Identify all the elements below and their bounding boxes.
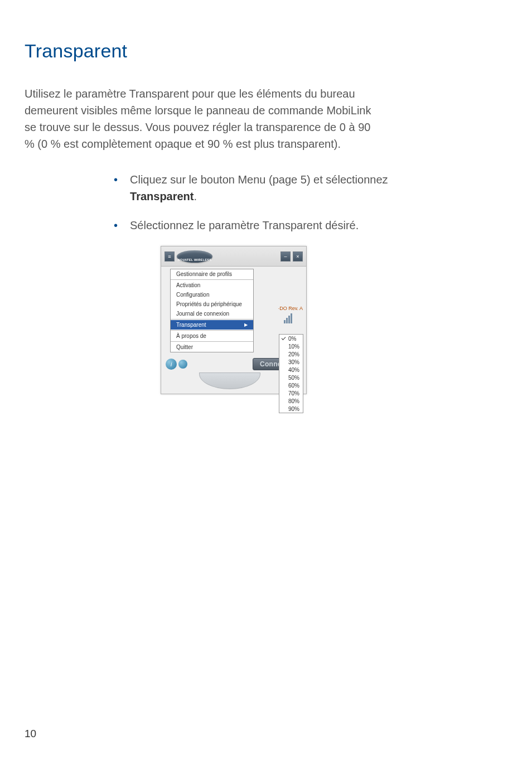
submenu-item-20[interactable]: 20% xyxy=(279,350,303,358)
submenu-item-10[interactable]: 10% xyxy=(279,342,303,350)
page-number: 10 xyxy=(25,728,36,740)
menu-item-profiles[interactable]: Gestionnaire de profils xyxy=(171,269,253,279)
slider-track[interactable] xyxy=(199,372,260,389)
submenu-item-0[interactable]: 0% xyxy=(279,335,303,342)
menu-item-journal[interactable]: Journal de connexion xyxy=(171,309,253,318)
brand-logo: NOVATEL WIRELESS xyxy=(177,250,212,263)
page-heading: Transparent xyxy=(25,40,499,62)
menu-item-transparent-label: Transparent xyxy=(176,322,206,328)
bullet-dot-icon: • xyxy=(114,171,118,205)
menu-icon[interactable]: ≡ xyxy=(165,251,175,262)
menu-item-quit[interactable]: Quitter xyxy=(171,342,253,352)
bullet-1-pre: Cliquez sur le bouton Menu (page 5) et s… xyxy=(130,173,388,186)
signal-bars-icon xyxy=(284,312,303,323)
bullet-1-post: . xyxy=(194,190,197,202)
submenu-item-70[interactable]: 70% xyxy=(279,389,303,397)
context-menu: Gestionnaire de profils Activation Confi… xyxy=(170,269,254,352)
bullet-2-text: Sélectionnez le paramètre Transparent dé… xyxy=(130,217,359,234)
menu-item-properties[interactable]: Propriétés du périphérique xyxy=(171,299,253,309)
app-titlebar: ≡ NOVATEL WIRELESS – × xyxy=(161,246,306,267)
menu-item-transparent[interactable]: Transparent ▶ xyxy=(171,320,253,330)
info-icon[interactable]: i xyxy=(166,359,177,370)
submenu-item-30[interactable]: 30% xyxy=(279,358,303,366)
submenu-item-40[interactable]: 40% xyxy=(279,366,303,374)
status-panel: ·DO Rev. A xyxy=(278,306,303,328)
minimize-icon[interactable]: – xyxy=(280,251,291,262)
submenu-item-50[interactable]: 50% xyxy=(279,374,303,381)
transparent-submenu: 0% 10% 20% 30% 40% 50% 60% 70% 80% 90% xyxy=(279,334,303,413)
bullet-dot-icon: • xyxy=(114,217,118,234)
bullet-item-1: • Cliquez sur le bouton Menu (page 5) et… xyxy=(114,171,404,205)
intro-paragraph: Utilisez le paramètre Transparent pour q… xyxy=(25,85,381,152)
close-icon[interactable]: × xyxy=(293,251,303,262)
submenu-item-90[interactable]: 90% xyxy=(279,405,303,413)
network-rev-label: ·DO Rev. A xyxy=(278,306,303,311)
menu-item-activation[interactable]: Activation xyxy=(171,280,253,290)
menu-item-configuration[interactable]: Configuration xyxy=(171,290,253,299)
app-screenshot: ≡ NOVATEL WIRELESS – × Gestionnaire de p… xyxy=(161,246,307,394)
bullet-item-2: • Sélectionnez le paramètre Transparent … xyxy=(114,217,404,234)
submenu-item-80[interactable]: 80% xyxy=(279,397,303,405)
menu-item-about[interactable]: À propos de xyxy=(171,331,253,341)
status-dot-icon xyxy=(178,360,187,369)
submenu-arrow-icon: ▶ xyxy=(244,322,248,327)
submenu-item-60[interactable]: 60% xyxy=(279,381,303,389)
bullet-1-bold: Transparent xyxy=(130,190,194,202)
bullet-1-text: Cliquez sur le bouton Menu (page 5) et s… xyxy=(130,171,404,205)
